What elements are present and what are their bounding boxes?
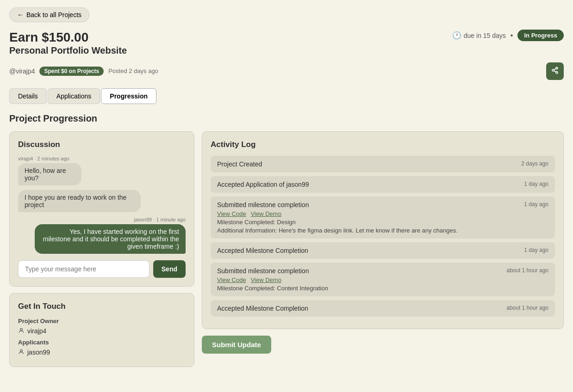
- svg-point-5: [20, 328, 23, 331]
- svg-point-1: [552, 69, 554, 71]
- view-code-link-2[interactable]: View Code: [217, 276, 246, 283]
- chat-area: virajp4 · 2 minutes ago Hello, how are y…: [18, 156, 186, 254]
- project-owner-label: Project Owner: [18, 318, 186, 325]
- due-info: 🕐 due in 15 days: [452, 31, 506, 40]
- right-panel: Activity Log Project Created 2 days ago …: [202, 131, 564, 354]
- submit-update-button[interactable]: Submit Update: [202, 336, 271, 354]
- tabs: Details Applications Progression: [9, 88, 564, 104]
- svg-point-2: [556, 71, 558, 73]
- milestone-info-1: Additional Information: Here's the figma…: [217, 227, 548, 234]
- get-in-touch-box: Get In Touch Project Owner virajp4 Appli…: [9, 293, 194, 367]
- bubble-1: Hello, how are you?: [18, 163, 81, 185]
- svg-point-0: [556, 67, 558, 69]
- applicant-name: jason99: [27, 349, 50, 356]
- activity-links-2: View Code View Demo: [217, 210, 548, 217]
- get-in-touch-title: Get In Touch: [18, 302, 186, 311]
- message-1: virajp4 · 2 minutes ago Hello, how are y…: [18, 156, 88, 185]
- activity-log-title: Activity Log: [211, 140, 555, 149]
- activity-log-box: Activity Log Project Created 2 days ago …: [202, 131, 564, 329]
- section-title: Project Progression: [9, 113, 564, 124]
- message-input-row: Send: [18, 260, 186, 278]
- message-3: jason99 · 1 minute ago Yes, I have start…: [18, 217, 186, 254]
- svg-point-6: [20, 349, 23, 352]
- main-content: Discussion virajp4 · 2 minutes ago Hello…: [9, 131, 564, 367]
- tab-details[interactable]: Details: [9, 88, 47, 104]
- clock-icon: 🕐: [452, 31, 461, 40]
- applicants-label: Applicants: [18, 339, 186, 346]
- activity-item-2: Submitted milestone completion 1 day ago…: [211, 196, 555, 239]
- activity-item-1: Accepted Application of jason99 1 day ag…: [211, 176, 555, 193]
- discussion-box: Discussion virajp4 · 2 minutes ago Hello…: [9, 131, 194, 287]
- send-button[interactable]: Send: [153, 260, 186, 278]
- project-name: Personal Portfolio Website: [9, 45, 127, 56]
- activity-item-5: Accepted Milestone Completion about 1 ho…: [211, 300, 555, 317]
- activity-item-3: Accepted Milestone Completion 1 day ago: [211, 242, 555, 259]
- activity-item-0: Project Created 2 days ago: [211, 156, 555, 172]
- view-demo-link-2[interactable]: View Demo: [251, 276, 281, 283]
- username: @virajp4: [9, 67, 35, 75]
- earn-amount: Earn $150.00: [9, 30, 127, 45]
- share-icon: [551, 67, 559, 76]
- dot-separator: •: [511, 31, 513, 40]
- share-button[interactable]: [546, 62, 564, 80]
- view-demo-link-1[interactable]: View Demo: [251, 210, 281, 217]
- header-right: 🕐 due in 15 days • In Progress: [452, 30, 564, 41]
- svg-line-3: [554, 71, 556, 72]
- tab-applications[interactable]: Applications: [48, 88, 100, 104]
- left-panel: Discussion virajp4 · 2 minutes ago Hello…: [9, 131, 194, 367]
- bubble-2: I hope you are ready to work on the proj…: [18, 190, 141, 212]
- project-owner: virajp4: [18, 327, 186, 335]
- view-code-link-1[interactable]: View Code: [217, 210, 246, 217]
- milestone-sub-2: Milestone Completed: Content Integration: [217, 285, 548, 292]
- applicant: jason99: [18, 349, 186, 356]
- message-2: I hope you are ready to work on the proj…: [18, 190, 154, 212]
- message-input[interactable]: [18, 260, 149, 278]
- back-button[interactable]: ← Back to all Projects: [9, 7, 89, 22]
- bubble-3: Yes, I have started working on the first…: [35, 224, 186, 254]
- activity-item-4: Submitted milestone completion about 1 h…: [211, 263, 555, 296]
- tab-progression[interactable]: Progression: [101, 88, 156, 104]
- owner-name: virajp4: [27, 327, 46, 335]
- arrow-left-icon: ←: [17, 11, 24, 18]
- activity-links-4: View Code View Demo: [217, 276, 548, 283]
- header-section: Earn $150.00 Personal Portfolio Website …: [9, 30, 564, 61]
- discussion-title: Discussion: [18, 140, 186, 149]
- posted-time: Posted 2 days ago: [108, 67, 158, 74]
- status-badge: In Progress: [517, 30, 564, 41]
- spent-badge: Spent $0 on Projects: [39, 67, 104, 76]
- milestone-sub-1: Milestone Completed: Design: [217, 219, 548, 226]
- meta-row: @virajp4 Spent $0 on Projects Posted 2 d…: [9, 62, 564, 80]
- svg-line-4: [554, 68, 556, 70]
- person-icon-owner: [18, 327, 25, 335]
- person-icon-applicant: [18, 349, 25, 356]
